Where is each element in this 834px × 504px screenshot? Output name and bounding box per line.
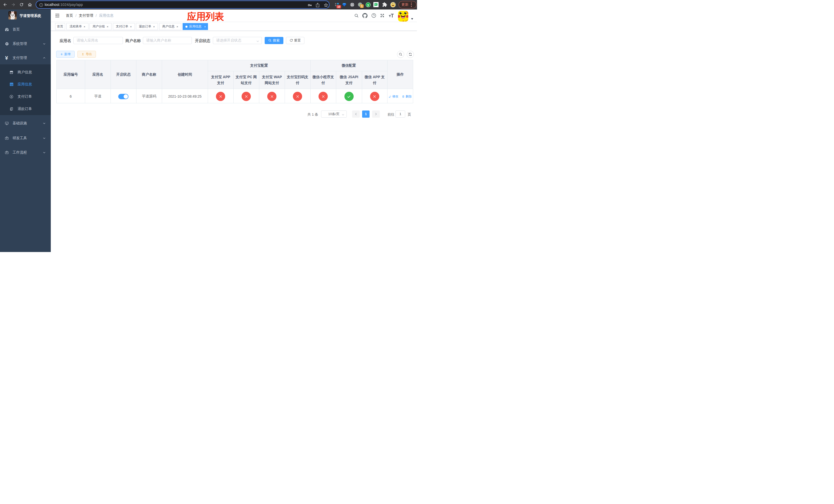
svg-text:y: y [367,3,369,6]
